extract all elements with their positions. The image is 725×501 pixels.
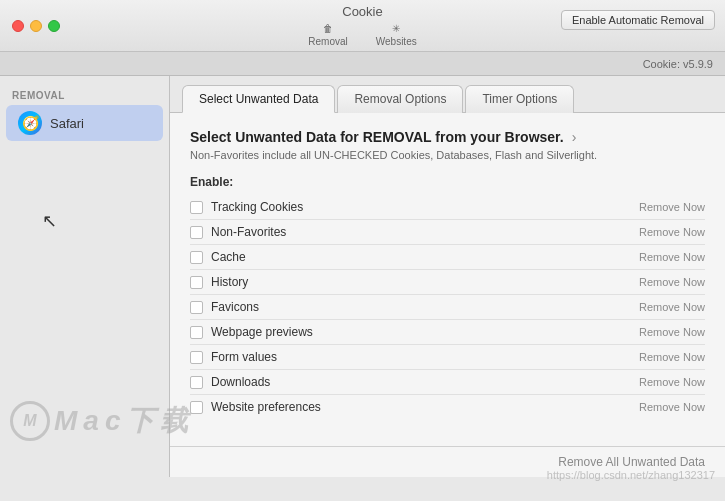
title-bar: Cookie 🗑 Removal ✳ Websites Enable Autom…	[0, 0, 725, 52]
tab-timer-options[interactable]: Timer Options	[465, 85, 574, 113]
main-layout: REMOVAL 🧭 Safari Select Unwanted Data Re…	[0, 76, 725, 477]
version-bar: Cookie: v5.9.9	[0, 52, 725, 76]
sidebar-item-safari[interactable]: 🧭 Safari	[6, 105, 163, 141]
minimize-button[interactable]	[30, 20, 42, 32]
close-button[interactable]	[12, 20, 24, 32]
checkbox-non-favorites[interactable]	[190, 226, 203, 239]
tab-select-unwanted-data[interactable]: Select Unwanted Data	[182, 85, 335, 113]
list-item: Website preferencesRemove Now	[190, 395, 705, 419]
data-item-label: Downloads	[211, 375, 631, 389]
websites-label: Websites	[376, 36, 417, 47]
checkbox-webpage-previews[interactable]	[190, 326, 203, 339]
list-item: CacheRemove Now	[190, 245, 705, 270]
section-heading: Select Unwanted Data for REMOVAL from yo…	[190, 129, 705, 145]
app-title: Cookie	[342, 4, 382, 19]
remove-now-button[interactable]: Remove Now	[639, 326, 705, 338]
remove-now-button[interactable]: Remove Now	[639, 251, 705, 263]
checkbox-favicons[interactable]	[190, 301, 203, 314]
sidebar-item-label: Safari	[50, 116, 84, 131]
tab-removal-options[interactable]: Removal Options	[337, 85, 463, 113]
remove-now-button[interactable]: Remove Now	[639, 201, 705, 213]
removal-label: Removal	[308, 36, 347, 47]
checkbox-downloads[interactable]	[190, 376, 203, 389]
list-item: FaviconsRemove Now	[190, 295, 705, 320]
tabs-bar: Select Unwanted Data Removal Options Tim…	[170, 76, 725, 113]
enable-label: Enable:	[190, 175, 705, 189]
sidebar-section-title: REMOVAL	[0, 84, 169, 105]
data-item-label: Form values	[211, 350, 631, 364]
checkbox-form-values[interactable]	[190, 351, 203, 364]
data-item-label: Cache	[211, 250, 631, 264]
data-item-label: Webpage previews	[211, 325, 631, 339]
maximize-button[interactable]	[48, 20, 60, 32]
remove-now-button[interactable]: Remove Now	[639, 226, 705, 238]
data-item-label: Favicons	[211, 300, 631, 314]
websites-icon: ✳	[392, 23, 400, 34]
checkbox-website-preferences[interactable]	[190, 401, 203, 414]
remove-now-button[interactable]: Remove Now	[639, 401, 705, 413]
removal-toolbar-item[interactable]: 🗑 Removal	[308, 23, 347, 47]
section-heading-text: Select Unwanted Data for REMOVAL from yo…	[190, 129, 564, 145]
data-item-label: Tracking Cookies	[211, 200, 631, 214]
content-body: Select Unwanted Data for REMOVAL from yo…	[170, 113, 725, 446]
data-item-label: History	[211, 275, 631, 289]
remove-all-button[interactable]: Remove All Unwanted Data	[558, 455, 705, 469]
data-item-label: Non-Favorites	[211, 225, 631, 239]
remove-now-button[interactable]: Remove Now	[639, 376, 705, 388]
traffic-lights	[12, 20, 60, 32]
version-text: Cookie: v5.9.9	[643, 58, 713, 70]
footer-bar: Remove All Unwanted Data	[170, 446, 725, 477]
list-item: Tracking CookiesRemove Now	[190, 195, 705, 220]
toolbar-icons: 🗑 Removal ✳ Websites	[308, 23, 416, 47]
list-item: Webpage previewsRemove Now	[190, 320, 705, 345]
section-description: Non-Favorites include all UN-CHECKED Coo…	[190, 149, 705, 161]
websites-toolbar-item[interactable]: ✳ Websites	[376, 23, 417, 47]
checkbox-cache[interactable]	[190, 251, 203, 264]
remove-now-button[interactable]: Remove Now	[639, 351, 705, 363]
remove-now-button[interactable]: Remove Now	[639, 301, 705, 313]
data-item-label: Website preferences	[211, 400, 631, 414]
sidebar: REMOVAL 🧭 Safari	[0, 76, 170, 477]
remove-now-button[interactable]: Remove Now	[639, 276, 705, 288]
checkbox-history[interactable]	[190, 276, 203, 289]
content-area: Select Unwanted Data Removal Options Tim…	[170, 76, 725, 477]
title-bar-content: Cookie 🗑 Removal ✳ Websites	[308, 4, 416, 47]
chevron-right-icon: ›	[572, 129, 577, 145]
enable-auto-removal-button[interactable]: Enable Automatic Removal	[561, 10, 715, 30]
list-item: DownloadsRemove Now	[190, 370, 705, 395]
list-item: HistoryRemove Now	[190, 270, 705, 295]
list-item: Form valuesRemove Now	[190, 345, 705, 370]
removal-icon: 🗑	[323, 23, 333, 34]
list-item: Non-FavoritesRemove Now	[190, 220, 705, 245]
data-items-list: Tracking CookiesRemove NowNon-FavoritesR…	[190, 195, 705, 419]
safari-icon: 🧭	[18, 111, 42, 135]
checkbox-tracking-cookies[interactable]	[190, 201, 203, 214]
